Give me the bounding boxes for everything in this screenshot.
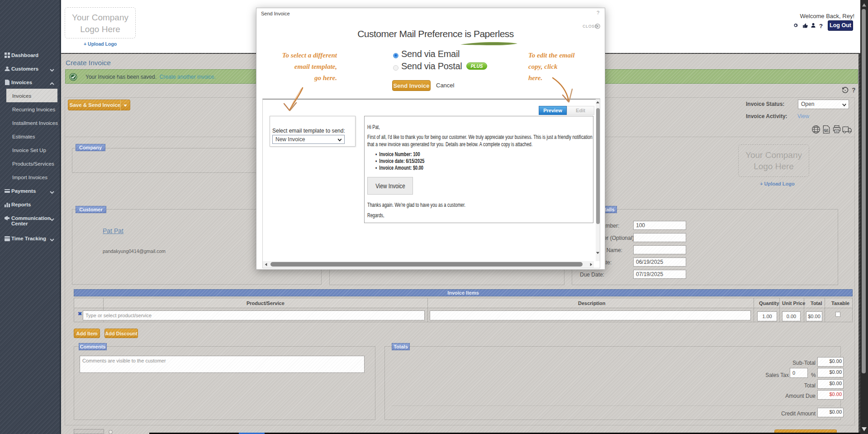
svg-text:PDF: PDF — [825, 129, 829, 132]
